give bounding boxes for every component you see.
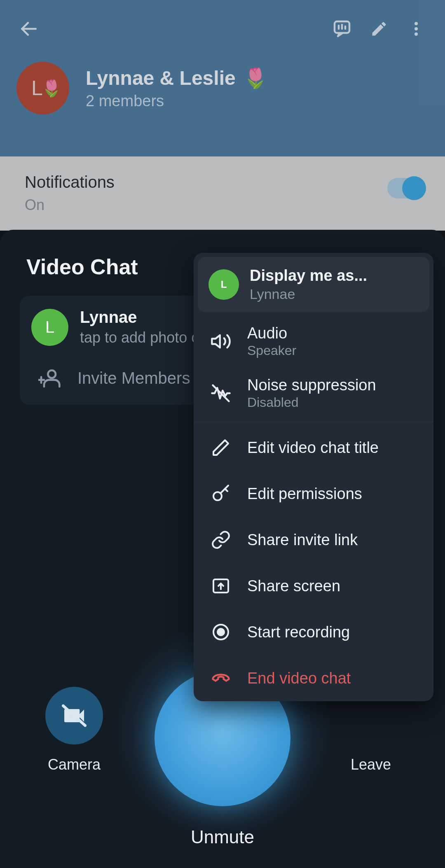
menu-edit-title[interactable]: Edit video chat title [194,425,433,471]
invite-members-label: Invite Members [77,369,190,387]
menu-divider [194,422,433,422]
camera-button[interactable] [45,687,103,744]
menu-end-video-chat[interactable]: End video chat [194,655,433,701]
participant-avatar: L [31,309,68,346]
add-person-icon [35,364,64,392]
pencil-icon [208,435,233,460]
menu-share-screen-label: Share screen [247,577,340,595]
speaker-icon [208,329,233,354]
menu-display-as[interactable]: L Display me as... Lynnae [198,257,429,312]
record-icon [208,620,233,644]
menu-audio-sub: Speaker [247,343,296,358]
menu-permissions-label: Edit permissions [247,485,362,503]
unmute-label: Unmute [191,827,254,847]
menu-edit-title-label: Edit video chat title [247,439,379,457]
menu-end-label: End video chat [247,670,351,687]
camera-off-icon [61,702,87,729]
svg-point-8 [48,370,56,378]
dim-overlay [0,0,445,231]
menu-share-link[interactable]: Share invite link [194,517,433,563]
menu-avatar: L [208,269,239,300]
svg-marker-12 [212,335,220,348]
menu-share-screen[interactable]: Share screen [194,563,433,609]
menu-noise-suppression[interactable]: Noise suppression Disabled [194,367,433,419]
menu-record-label: Start recording [247,623,350,641]
link-icon [208,527,233,552]
end-call-icon [208,666,233,691]
menu-noise-title: Noise suppression [247,376,376,394]
svg-point-17 [218,629,224,635]
menu-display-as-title: Display me as... [250,267,367,285]
camera-label: Camera [33,756,115,773]
menu-share-link-label: Share invite link [247,531,358,549]
menu-start-recording[interactable]: Start recording [194,609,433,655]
key-icon [208,481,233,506]
noise-icon [208,381,233,406]
menu-audio[interactable]: Audio Speaker [194,315,433,367]
video-chat-options-menu: L Display me as... Lynnae Audio Speaker … [194,253,433,701]
menu-edit-permissions[interactable]: Edit permissions [194,471,433,517]
screen-share-icon [208,574,233,598]
menu-audio-title: Audio [247,324,296,342]
leave-label: Leave [330,756,412,773]
menu-noise-sub: Disabled [247,395,376,410]
menu-display-as-sub: Lynnae [250,286,367,302]
